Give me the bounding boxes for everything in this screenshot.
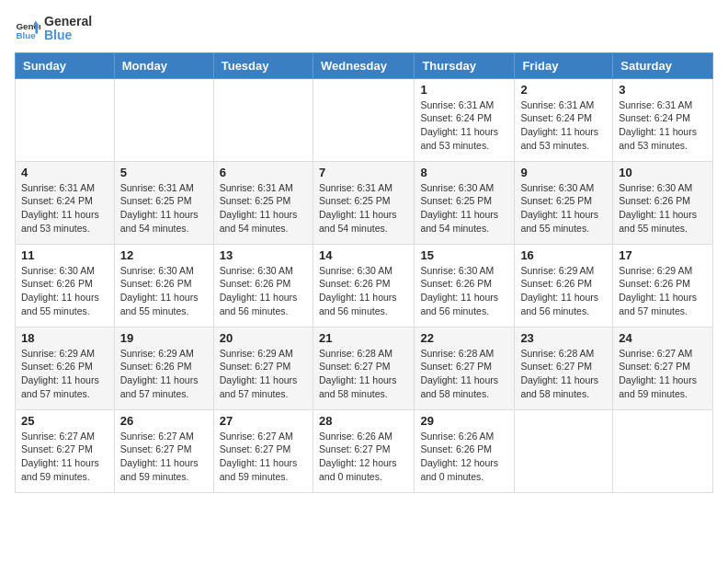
calendar-cell: 24Sunrise: 6:27 AM Sunset: 6:27 PM Dayli…	[613, 327, 713, 409]
calendar-cell: 25Sunrise: 6:27 AM Sunset: 6:27 PM Dayli…	[16, 409, 115, 492]
day-info: Sunrise: 6:30 AM Sunset: 6:25 PM Dayligh…	[520, 181, 607, 236]
svg-text:Blue: Blue	[16, 31, 36, 41]
day-info: Sunrise: 6:27 AM Sunset: 6:27 PM Dayligh…	[21, 430, 108, 484]
day-info: Sunrise: 6:31 AM Sunset: 6:24 PM Dayligh…	[420, 98, 508, 153]
day-info: Sunrise: 6:31 AM Sunset: 6:24 PM Dayligh…	[619, 98, 707, 153]
day-info: Sunrise: 6:28 AM Sunset: 6:27 PM Dayligh…	[420, 347, 508, 401]
calendar-cell: 21Sunrise: 6:28 AM Sunset: 6:27 PM Dayli…	[313, 327, 414, 409]
day-info: Sunrise: 6:29 AM Sunset: 6:26 PM Dayligh…	[520, 264, 607, 318]
day-info: Sunrise: 6:30 AM Sunset: 6:26 PM Dayligh…	[120, 264, 208, 318]
day-info: Sunrise: 6:30 AM Sunset: 6:26 PM Dayligh…	[21, 264, 108, 318]
day-info: Sunrise: 6:31 AM Sunset: 6:25 PM Dayligh…	[319, 181, 408, 236]
calendar-cell: 9Sunrise: 6:30 AM Sunset: 6:25 PM Daylig…	[515, 161, 613, 244]
day-number: 28	[319, 414, 408, 428]
calendar-cell: 8Sunrise: 6:30 AM Sunset: 6:25 PM Daylig…	[415, 161, 515, 244]
day-info: Sunrise: 6:28 AM Sunset: 6:27 PM Dayligh…	[319, 347, 408, 401]
calendar-cell: 19Sunrise: 6:29 AM Sunset: 6:26 PM Dayli…	[114, 327, 213, 409]
day-number: 29	[420, 414, 508, 428]
calendar-cell: 20Sunrise: 6:29 AM Sunset: 6:27 PM Dayli…	[213, 327, 313, 409]
day-number: 25	[21, 414, 108, 428]
day-number: 1	[420, 83, 508, 97]
day-number: 2	[520, 83, 607, 97]
days-of-week-row: SundayMondayTuesdayWednesdayThursdayFrid…	[16, 52, 713, 78]
day-info: Sunrise: 6:31 AM Sunset: 6:25 PM Dayligh…	[120, 181, 208, 236]
day-info: Sunrise: 6:29 AM Sunset: 6:26 PM Dayligh…	[120, 347, 208, 401]
calendar-cell: 4Sunrise: 6:31 AM Sunset: 6:24 PM Daylig…	[16, 161, 115, 244]
day-header-sunday: Sunday	[16, 52, 115, 78]
day-header-wednesday: Wednesday	[313, 52, 414, 78]
logo-blue: Blue	[44, 29, 92, 42]
day-number: 17	[619, 248, 707, 262]
calendar-table: SundayMondayTuesdayWednesdayThursdayFrid…	[15, 52, 713, 493]
day-number: 22	[420, 331, 508, 345]
day-info: Sunrise: 6:29 AM Sunset: 6:26 PM Dayligh…	[21, 347, 108, 401]
calendar-cell: 7Sunrise: 6:31 AM Sunset: 6:25 PM Daylig…	[313, 161, 414, 244]
calendar-cell: 11Sunrise: 6:30 AM Sunset: 6:26 PM Dayli…	[16, 244, 115, 327]
day-number: 23	[520, 331, 607, 345]
day-number: 15	[420, 248, 508, 262]
calendar-cell: 26Sunrise: 6:27 AM Sunset: 6:27 PM Dayli…	[114, 409, 213, 492]
calendar-cell	[213, 78, 313, 161]
day-info: Sunrise: 6:26 AM Sunset: 6:27 PM Dayligh…	[319, 430, 408, 484]
calendar-cell: 28Sunrise: 6:26 AM Sunset: 6:27 PM Dayli…	[313, 409, 414, 492]
calendar-cell: 29Sunrise: 6:26 AM Sunset: 6:26 PM Dayli…	[415, 409, 515, 492]
day-number: 20	[220, 331, 307, 345]
week-row-5: 25Sunrise: 6:27 AM Sunset: 6:27 PM Dayli…	[16, 409, 713, 492]
day-number: 27	[220, 414, 307, 428]
calendar-cell: 18Sunrise: 6:29 AM Sunset: 6:26 PM Dayli…	[16, 327, 115, 409]
day-number: 14	[319, 248, 408, 262]
day-number: 26	[120, 414, 208, 428]
day-header-friday: Friday	[515, 52, 613, 78]
day-number: 13	[220, 248, 307, 262]
day-number: 16	[520, 248, 607, 262]
day-info: Sunrise: 6:30 AM Sunset: 6:25 PM Dayligh…	[420, 181, 508, 236]
day-number: 3	[619, 83, 707, 97]
day-number: 5	[120, 166, 208, 179]
day-info: Sunrise: 6:29 AM Sunset: 6:26 PM Dayligh…	[619, 264, 707, 318]
day-info: Sunrise: 6:31 AM Sunset: 6:24 PM Dayligh…	[21, 181, 108, 236]
day-info: Sunrise: 6:31 AM Sunset: 6:25 PM Dayligh…	[220, 181, 307, 236]
day-info: Sunrise: 6:30 AM Sunset: 6:26 PM Dayligh…	[420, 264, 508, 318]
day-number: 9	[520, 166, 607, 179]
day-number: 24	[619, 331, 707, 345]
calendar-cell: 22Sunrise: 6:28 AM Sunset: 6:27 PM Dayli…	[415, 327, 515, 409]
calendar-cell: 16Sunrise: 6:29 AM Sunset: 6:26 PM Dayli…	[515, 244, 613, 327]
day-info: Sunrise: 6:30 AM Sunset: 6:26 PM Dayligh…	[619, 181, 707, 236]
day-info: Sunrise: 6:29 AM Sunset: 6:27 PM Dayligh…	[220, 347, 307, 401]
calendar-cell: 23Sunrise: 6:28 AM Sunset: 6:27 PM Dayli…	[515, 327, 613, 409]
day-number: 6	[220, 166, 307, 179]
day-number: 21	[319, 331, 408, 345]
day-info: Sunrise: 6:30 AM Sunset: 6:26 PM Dayligh…	[220, 264, 307, 318]
calendar-header: SundayMondayTuesdayWednesdayThursdayFrid…	[16, 52, 713, 78]
day-info: Sunrise: 6:31 AM Sunset: 6:24 PM Dayligh…	[520, 98, 607, 153]
week-row-1: 1Sunrise: 6:31 AM Sunset: 6:24 PM Daylig…	[16, 78, 713, 161]
calendar-cell: 10Sunrise: 6:30 AM Sunset: 6:26 PM Dayli…	[613, 161, 713, 244]
day-info: Sunrise: 6:26 AM Sunset: 6:26 PM Dayligh…	[420, 430, 508, 484]
day-number: 4	[21, 166, 108, 179]
calendar-cell	[515, 409, 613, 492]
calendar-body: 1Sunrise: 6:31 AM Sunset: 6:24 PM Daylig…	[16, 78, 713, 492]
day-header-monday: Monday	[114, 52, 213, 78]
week-row-3: 11Sunrise: 6:30 AM Sunset: 6:26 PM Dayli…	[16, 244, 713, 327]
calendar-cell: 17Sunrise: 6:29 AM Sunset: 6:26 PM Dayli…	[613, 244, 713, 327]
day-header-saturday: Saturday	[613, 52, 713, 78]
calendar-cell	[613, 409, 713, 492]
day-number: 12	[120, 248, 208, 262]
week-row-2: 4Sunrise: 6:31 AM Sunset: 6:24 PM Daylig…	[16, 161, 713, 244]
logo-icon: General Blue	[15, 16, 40, 41]
calendar-cell: 12Sunrise: 6:30 AM Sunset: 6:26 PM Dayli…	[114, 244, 213, 327]
calendar-cell: 27Sunrise: 6:27 AM Sunset: 6:27 PM Dayli…	[213, 409, 313, 492]
day-number: 19	[120, 331, 208, 345]
day-number: 8	[420, 166, 508, 179]
calendar-cell	[16, 78, 115, 161]
day-number: 18	[21, 331, 108, 345]
calendar-cell: 1Sunrise: 6:31 AM Sunset: 6:24 PM Daylig…	[415, 78, 515, 161]
day-header-thursday: Thursday	[415, 52, 515, 78]
day-info: Sunrise: 6:27 AM Sunset: 6:27 PM Dayligh…	[220, 430, 307, 484]
calendar-cell: 2Sunrise: 6:31 AM Sunset: 6:24 PM Daylig…	[515, 78, 613, 161]
calendar-cell	[114, 78, 213, 161]
calendar-cell: 15Sunrise: 6:30 AM Sunset: 6:26 PM Dayli…	[415, 244, 515, 327]
day-number: 10	[619, 166, 707, 179]
logo-general: General	[44, 15, 92, 29]
calendar-cell: 6Sunrise: 6:31 AM Sunset: 6:25 PM Daylig…	[213, 161, 313, 244]
